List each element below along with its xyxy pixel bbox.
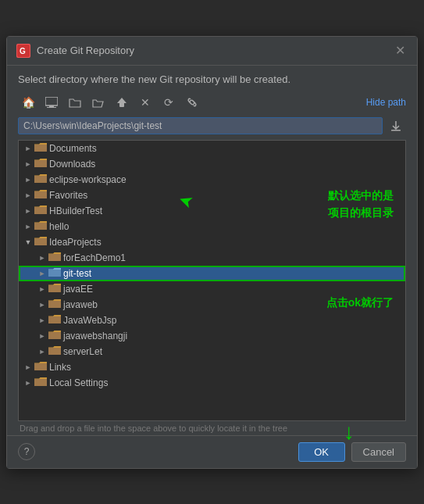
tree-label-hbuildertest: HBuilderTest xyxy=(49,206,102,216)
svg-rect-7 xyxy=(391,130,401,131)
tree-item-servlet[interactable]: ► serverLet xyxy=(19,344,405,359)
home-button[interactable]: 🏠 xyxy=(18,93,38,112)
tree-item-javawebshangji[interactable]: ► javawebshangji xyxy=(19,328,405,344)
tree-wrapper: ► Documents► Downloads► eclipse-workspac… xyxy=(7,140,417,421)
tree-label-documents: Documents xyxy=(49,143,97,154)
folder-icon-javaweb xyxy=(48,298,61,311)
tree-arrow-downloads[interactable]: ► xyxy=(22,158,34,170)
path-input[interactable] xyxy=(18,117,383,134)
tree-label-git-test: git-test xyxy=(63,268,91,279)
svg-rect-2 xyxy=(45,97,58,105)
folder-icon-hello xyxy=(34,220,47,233)
tree-arrow-documents[interactable]: ► xyxy=(22,142,34,155)
desktop-button[interactable] xyxy=(41,93,62,112)
tree-label-javawebjsp: JavaWebJsp xyxy=(63,315,116,326)
tree-label-javaweb: javaweb xyxy=(63,299,98,310)
link-button[interactable] xyxy=(182,93,202,112)
tree-arrow-localsettings[interactable]: ► xyxy=(22,377,34,389)
delete-button[interactable]: ✕ xyxy=(135,93,155,112)
tree-label-downloads: Downloads xyxy=(49,159,95,170)
tree-item-ideaprojects[interactable]: ▼ IdeaProjects xyxy=(19,234,405,250)
tree-arrow-foreachdemo1[interactable]: ► xyxy=(36,252,48,264)
folder-icon-hbuildertest xyxy=(34,205,47,217)
tree-arrow-eclipse-workspace[interactable]: ► xyxy=(22,173,34,186)
folder-icon-favorites xyxy=(34,189,47,202)
tree-arrow-favorites[interactable]: ► xyxy=(22,189,34,202)
folder-open-button[interactable] xyxy=(88,93,109,112)
tree-arrow-hbuildertest[interactable]: ► xyxy=(22,205,34,217)
tree-item-documents[interactable]: ► Documents xyxy=(19,141,405,156)
create-git-repo-dialog: G Create Git Repository ✕ Select directo… xyxy=(6,36,418,469)
cancel-button[interactable]: Cancel xyxy=(351,442,406,462)
folder-icon-git-test xyxy=(48,267,61,280)
description-text: Select directory where the new Git repos… xyxy=(7,66,417,90)
title-bar: G Create Git Repository ✕ xyxy=(7,37,417,66)
tree-label-hello: hello xyxy=(49,221,69,232)
folder-icon-foreachdemo1 xyxy=(48,252,61,264)
tree-label-localsettings: Local Settings xyxy=(49,377,108,388)
tree-item-javaee[interactable]: ► javaEE xyxy=(19,281,405,297)
folder-icon-javawebjsp xyxy=(48,314,61,327)
folder-button[interactable] xyxy=(65,93,85,112)
refresh-button[interactable]: ⟳ xyxy=(159,93,179,112)
tree-item-localsettings[interactable]: ► Local Settings xyxy=(19,375,405,391)
tree-label-servlet: serverLet xyxy=(63,346,102,357)
bottom-bar: ? OK Cancel xyxy=(7,435,417,468)
tree-item-eclipse-workspace[interactable]: ► eclipse-workspace xyxy=(19,172,405,188)
tree-item-foreachdemo1[interactable]: ► forEachDemo1 xyxy=(19,250,405,266)
ok-button[interactable]: OK xyxy=(298,442,345,462)
tree-arrow-servlet[interactable]: ► xyxy=(36,345,48,358)
tree-label-links: Links xyxy=(49,362,71,373)
svg-rect-4 xyxy=(47,107,56,108)
dialog-title: Create Git Repository xyxy=(37,45,386,56)
tree-label-favorites: Favorites xyxy=(49,190,87,201)
folder-icon-ideaprojects xyxy=(34,236,47,248)
path-bar xyxy=(18,116,406,135)
tree-label-foreachdemo1: forEachDemo1 xyxy=(63,252,126,263)
help-button[interactable]: ? xyxy=(18,443,35,460)
folder-icon-documents xyxy=(34,142,47,155)
path-download-button[interactable] xyxy=(386,116,406,135)
tree-arrow-javawebshangji[interactable]: ► xyxy=(36,330,48,342)
folder-icon-links xyxy=(34,361,47,374)
folder-icon-localsettings xyxy=(34,377,47,389)
tree-arrow-hello[interactable]: ► xyxy=(22,220,34,233)
folder-icon-javawebshangji xyxy=(48,330,61,342)
tree-item-javawebjsp[interactable]: ► JavaWebJsp xyxy=(19,313,405,328)
tree-label-javawebshangji: javawebshangji xyxy=(63,331,127,341)
close-button[interactable]: ✕ xyxy=(392,43,408,59)
svg-text:G: G xyxy=(20,47,26,55)
tree-item-favorites[interactable]: ► Favorites xyxy=(19,188,405,203)
tree-item-javaweb[interactable]: ► javaweb xyxy=(19,297,405,313)
toolbar: 🏠 ✕ ⟳ Hide path xyxy=(7,90,417,115)
app-icon: G xyxy=(16,44,30,58)
tree-item-links[interactable]: ► Links xyxy=(19,359,405,375)
tree-arrow-javaee[interactable]: ► xyxy=(36,283,48,295)
tree-item-hello[interactable]: ► hello xyxy=(19,219,405,234)
tree-label-javaee: javaEE xyxy=(63,284,93,295)
hide-path-link[interactable]: Hide path xyxy=(366,97,406,108)
folder-icon-servlet xyxy=(48,345,61,358)
folder-icon-eclipse-workspace xyxy=(34,173,47,186)
tree-arrow-ideaprojects[interactable]: ▼ xyxy=(22,236,34,248)
tree-arrow-git-test[interactable]: ► xyxy=(36,267,48,280)
tree-label-eclipse-workspace: eclipse-workspace xyxy=(49,174,126,185)
tree-arrow-links[interactable]: ► xyxy=(22,361,34,374)
folder-icon-javaee xyxy=(48,283,61,295)
tree-arrow-javaweb[interactable]: ► xyxy=(36,298,48,311)
svg-rect-3 xyxy=(49,105,54,107)
up-button[interactable] xyxy=(112,93,132,112)
drag-drop-hint: Drag and drop a file into the space abov… xyxy=(18,421,406,435)
tree-label-ideaprojects: IdeaProjects xyxy=(49,237,102,248)
tree-item-hbuildertest[interactable]: ► HBuilderTest xyxy=(19,203,405,219)
svg-marker-6 xyxy=(117,98,126,103)
tree-item-downloads[interactable]: ► Downloads xyxy=(19,156,405,172)
folder-icon-downloads xyxy=(34,158,47,170)
file-tree[interactable]: ► Documents► Downloads► eclipse-workspac… xyxy=(18,140,406,421)
tree-arrow-javawebjsp[interactable]: ► xyxy=(36,314,48,327)
tree-item-git-test[interactable]: ► git-test xyxy=(19,266,405,281)
